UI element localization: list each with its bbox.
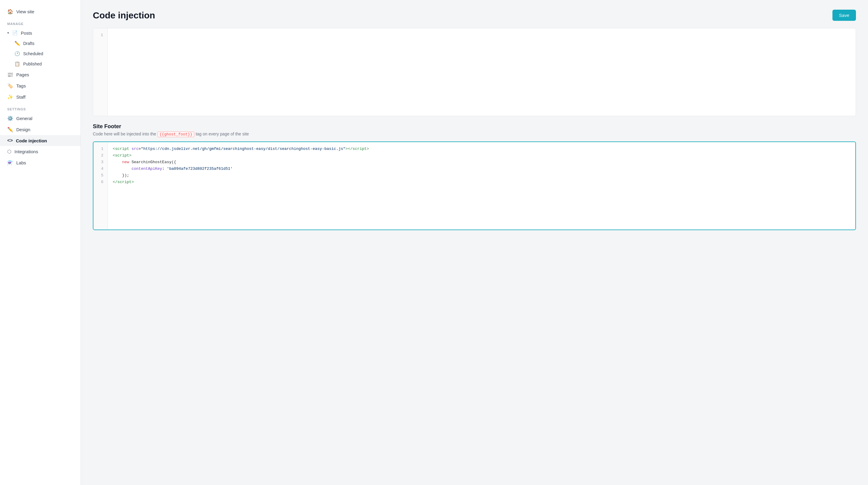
staff-label: Staff: [16, 94, 26, 99]
general-label: General: [16, 116, 32, 121]
sidebar-item-scheduled[interactable]: 🕐 Scheduled: [0, 49, 81, 59]
sidebar-item-view-site[interactable]: 🏠 View site: [0, 6, 81, 17]
footer-code-editor[interactable]: 1 2 3 4 5 6 <script src="https://cdn.jsd…: [93, 141, 856, 230]
view-site-label: View site: [16, 9, 34, 14]
sidebar-item-tags[interactable]: 🏷️ Tags: [0, 80, 81, 91]
drafts-label: Drafts: [23, 41, 34, 46]
ghost-foot-tag: {{ghost_foot}}: [157, 132, 194, 137]
site-footer-section: Site Footer Code here will be injected i…: [93, 123, 856, 230]
footer-line-num-5: 5: [93, 172, 107, 179]
save-button[interactable]: Save: [832, 10, 856, 21]
sidebar-item-posts[interactable]: ▾ 📄 Posts: [0, 27, 81, 38]
code-injection-label: Code injection: [16, 138, 47, 143]
code-injection-icon: <>: [7, 138, 13, 143]
sidebar-item-pages[interactable]: 📰 Pages: [0, 69, 81, 80]
drafts-icon: ✏️: [14, 41, 20, 46]
code-line-5: });: [113, 172, 850, 179]
sidebar-item-code-injection[interactable]: <> Code injection: [0, 135, 81, 146]
integrations-icon: ⬡: [7, 149, 11, 154]
desc-before: Code here will be injected into the: [93, 132, 156, 136]
code-line-6: </script>: [113, 179, 850, 186]
scheduled-label: Scheduled: [23, 51, 43, 56]
site-header-editor: 1: [93, 28, 856, 116]
manage-section-label: MANAGE: [0, 17, 81, 27]
staff-icon: ✨: [7, 94, 13, 100]
sidebar-item-design[interactable]: ✏️ Design: [0, 124, 81, 135]
design-icon: ✏️: [7, 127, 13, 133]
published-icon: 📋: [14, 61, 20, 67]
site-footer-title: Site Footer: [93, 123, 856, 130]
sidebar-item-general[interactable]: ⚙️ General: [0, 113, 81, 124]
line-numbers-header: 1: [93, 28, 107, 116]
line-number-1: 1: [93, 32, 107, 38]
sidebar-item-labs[interactable]: ⚗️ Labs: [0, 157, 81, 168]
code-line-2: <script>: [113, 152, 850, 159]
footer-line-num-3: 3: [93, 159, 107, 166]
footer-line-num-2: 2: [93, 152, 107, 159]
tags-icon: 🏷️: [7, 83, 13, 89]
code-line-4: contentApiKey: 'ba094afe723d802f235af61d…: [113, 166, 850, 172]
published-label: Published: [23, 61, 42, 66]
footer-line-numbers: 1 2 3 4 5 6: [93, 142, 108, 230]
code-line-3: new SearchinGhostEasy({: [113, 159, 850, 166]
clock-icon: 🕐: [14, 51, 20, 56]
footer-line-num-1: 1: [93, 146, 107, 152]
gear-icon: ⚙️: [7, 116, 13, 121]
main-content: Code injection Save 1 Site Footer Code h…: [81, 0, 868, 485]
site-footer-description: Code here will be injected into the {{gh…: [93, 132, 856, 137]
sidebar-item-published[interactable]: 📋 Published: [0, 59, 81, 69]
settings-section-label: SETTINGS: [0, 103, 81, 113]
page-title: Code injection: [93, 10, 155, 21]
pages-icon: 📰: [7, 72, 13, 78]
header-code-content[interactable]: [107, 28, 856, 116]
tags-label: Tags: [16, 83, 26, 88]
sidebar-item-integrations[interactable]: ⬡ Integrations: [0, 146, 81, 157]
sidebar-item-drafts[interactable]: ✏️ Drafts: [0, 38, 81, 49]
home-icon: 🏠: [7, 9, 13, 15]
footer-line-num-4: 4: [93, 166, 107, 172]
footer-code-lines[interactable]: <script src="https://cdn.jsdelivr.net/gh…: [108, 142, 855, 230]
pages-label: Pages: [16, 72, 29, 77]
posts-label: Posts: [21, 30, 32, 36]
desc-after: tag on every page of the site: [195, 132, 249, 136]
labs-label: Labs: [16, 160, 26, 165]
chevron-down-icon: ▾: [7, 31, 9, 35]
posts-icon: 📄: [12, 30, 18, 36]
page-header: Code injection Save: [93, 10, 856, 21]
code-line-1: <script src="https://cdn.jsdelivr.net/gh…: [113, 146, 850, 152]
sidebar: 🏠 View site MANAGE ▾ 📄 Posts ✏️ Drafts 🕐…: [0, 0, 81, 485]
footer-line-num-6: 6: [93, 179, 107, 186]
design-label: Design: [16, 127, 30, 132]
header-code-area[interactable]: 1: [93, 28, 856, 116]
integrations-label: Integrations: [14, 149, 38, 154]
sidebar-item-staff[interactable]: ✨ Staff: [0, 91, 81, 103]
footer-editor-inner: 1 2 3 4 5 6 <script src="https://cdn.jsd…: [93, 142, 855, 230]
labs-icon: ⚗️: [7, 160, 13, 166]
